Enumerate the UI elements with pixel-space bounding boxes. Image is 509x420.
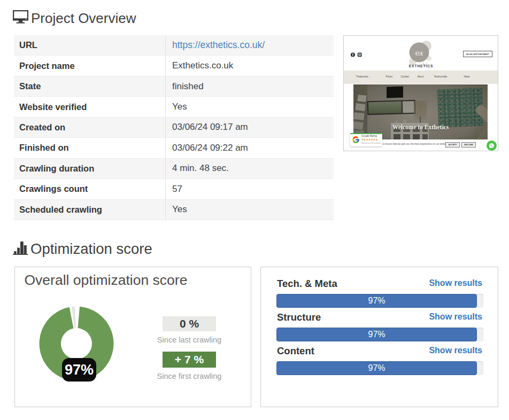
svg-text:℮x: ℮x	[415, 49, 423, 57]
